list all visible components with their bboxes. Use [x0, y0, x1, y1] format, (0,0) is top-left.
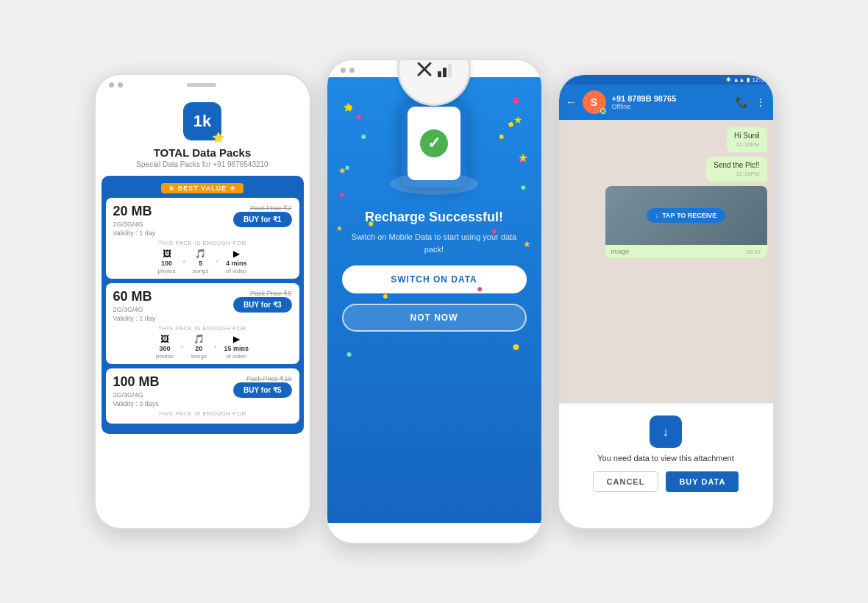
- pack-card-top-2: 60 MB 2G/3G/4G Pack Price ₹5 BUY for ₹3: [113, 289, 292, 313]
- video-count-2: 15 mins: [224, 345, 249, 352]
- not-now-btn[interactable]: NOT NOW: [342, 304, 527, 332]
- pack-icon-songs-2: 🎵 20 songs: [191, 334, 207, 360]
- pack-price-buy-1: Pack Price ₹2 BUY for ₹1: [233, 204, 291, 227]
- mid-phone-bg: ★ ★ ★ ★ ★ ★ ✓ Recharge Successful! Switc…: [327, 77, 541, 523]
- buy-btn-1[interactable]: BUY for ₹1: [233, 212, 291, 227]
- media-time: 09:37: [746, 249, 761, 255]
- phone-right: ✱ ▲▲ ▮ 12:30 ← S +91 8789B 98765 Offline…: [558, 74, 775, 529]
- pack-enough-label-3: THIS PACK IS ENOUGH FOR: [113, 410, 292, 417]
- photo-count-2: 300: [160, 345, 171, 352]
- svg-rect-13: [355, 114, 361, 120]
- msg-text-2: Send the Pic!!: [714, 161, 759, 169]
- buy-btn-3[interactable]: BUY for ₹5: [233, 382, 291, 398]
- photo-icon-2: 🖼: [160, 334, 169, 344]
- pack-icon-photos-2: 🖼 300 photos: [156, 334, 174, 360]
- dot: [341, 68, 346, 73]
- media-message: ↓ TAP TO RECEIVE image 09:37: [605, 186, 767, 258]
- message-1: Hi Sunil 12:10PM: [727, 127, 766, 152]
- cancel-button[interactable]: CANCEL: [593, 471, 659, 492]
- dialog-buttons: CANCEL BUY DATA: [571, 471, 761, 492]
- dot: [109, 82, 114, 88]
- pack-info-3: 100 MB 2G/3G/4G: [113, 374, 160, 399]
- data-packs-container: ★ BEST VALUE ★ 20 MB 2G/3G/4G Pack Price…: [102, 176, 304, 434]
- star-4: ★: [518, 151, 528, 165]
- success-circle: ✓: [420, 129, 448, 157]
- pack-type-3: 2G/3G/4G: [113, 391, 160, 399]
- chat-header: ← S +91 8789B 98765 Offline 📞 ⋮: [559, 85, 773, 120]
- pack-validity-2: Validity : 1 day: [113, 315, 292, 322]
- msg-time-2: 12:18PM: [714, 171, 759, 177]
- msg-time-1: 12:10PM: [734, 141, 759, 148]
- chat-name: +91 8789B 98765: [612, 94, 730, 103]
- tap-receive-btn[interactable]: ↓ TAP TO RECEIVE: [647, 208, 726, 223]
- star-2: ★: [513, 114, 523, 126]
- best-value-badge: ★ BEST VALUE ★: [161, 183, 243, 193]
- pack-price-strike-1: Pack Price ₹2: [233, 204, 291, 212]
- chat-info: +91 8789B 98765 Offline: [612, 94, 730, 110]
- success-title: Recharge Successful!: [365, 210, 503, 225]
- svg-point-21: [513, 344, 519, 350]
- song-label-1: songs: [193, 268, 208, 274]
- chat-body: Hi Sunil 12:10PM Send the Pic!! 12:18PM …: [559, 120, 773, 403]
- phone-speaker-left: [187, 83, 216, 87]
- buy-data-button[interactable]: BUY DATA: [666, 471, 739, 492]
- pack-size-1: 20 MB: [113, 204, 152, 219]
- back-icon[interactable]: ←: [566, 96, 577, 108]
- best-value-row: ★ BEST VALUE ★: [106, 180, 299, 198]
- pack-size-3: 100 MB: [113, 374, 160, 390]
- pack-icon-video-1: ▶ 4 mins of video: [226, 249, 247, 274]
- svg-point-18: [383, 294, 387, 299]
- svg-point-6: [513, 98, 519, 104]
- buy-btn-2[interactable]: BUY for ₹3: [233, 297, 291, 313]
- divider-1b: •: [216, 257, 218, 265]
- svg-rect-3: [443, 68, 447, 77]
- media-label: image: [611, 248, 630, 255]
- pack-info-2: 60 MB 2G/3G/4G: [113, 289, 152, 313]
- glow: [390, 173, 478, 195]
- pack-validity-3: Validity : 3 days: [113, 400, 292, 407]
- divider-2b: •: [214, 343, 217, 351]
- phone-success-inner: ✓: [408, 107, 460, 180]
- msg-text-1: Hi Sunil: [734, 132, 759, 140]
- message-2: Send the Pic!! 12:18PM: [706, 157, 766, 182]
- more-icon[interactable]: ⋮: [755, 96, 766, 108]
- video-label-2: of video: [226, 353, 246, 360]
- pack-card-3: 100 MB 2G/3G/4G Pack Price ₹10 BUY for ₹…: [106, 368, 299, 424]
- dot: [118, 82, 123, 88]
- pack-price-buy-3: Pack Price ₹10 BUY for ₹5: [233, 375, 291, 398]
- pack-icon-video-2: ▶ 15 mins of video: [224, 334, 249, 360]
- signal-cross-icon: [414, 59, 435, 79]
- pack-icon-songs-1: 🎵 5 songs: [193, 249, 208, 274]
- time-display: 12:30: [752, 76, 766, 83]
- star-1: ★: [342, 99, 354, 115]
- pack-enough-label-2: THIS PACK IS ENOUGH FOR: [113, 325, 292, 332]
- app-subtitle: Special Data Packs for +91 9876543210: [136, 160, 268, 168]
- star-3: ★: [338, 165, 346, 176]
- song-label-2: songs: [191, 353, 207, 360]
- photo-label-1: photos: [158, 268, 176, 274]
- video-icon-1: ▶: [233, 249, 240, 259]
- pack-card-2: 60 MB 2G/3G/4G Pack Price ₹5 BUY for ₹3 …: [106, 283, 299, 364]
- download-icon: ↓: [655, 212, 659, 219]
- logo-star: ⭐: [212, 132, 224, 143]
- chat-header-icons: 📞 ⋮: [736, 96, 766, 108]
- phone-dots-mid: [341, 68, 355, 73]
- left-phone-content: 1k ⭐ TOTAL Data Packs Special Data Packs…: [96, 92, 310, 508]
- svg-point-7: [361, 135, 366, 139]
- app-logo: 1k ⭐: [183, 102, 221, 140]
- app-header: 1k ⭐ TOTAL Data Packs Special Data Packs…: [96, 92, 310, 176]
- star-5: ★: [336, 224, 343, 232]
- photo-label-2: photos: [156, 353, 174, 360]
- avatar-online-indicator: [600, 108, 606, 114]
- switch-on-data-btn[interactable]: SWITCH ON DATA: [342, 265, 527, 293]
- app-logo-text: 1k: [193, 112, 211, 131]
- divider-1a: •: [183, 257, 186, 265]
- chat-status: Offline: [612, 103, 730, 110]
- signal-icon: ▲▲: [733, 76, 745, 83]
- dialog-text: You need data to view this attachment: [571, 454, 761, 463]
- pack-price-strike-2: Pack Price ₹5: [233, 290, 291, 297]
- pack-type-2: 2G/3G/4G: [113, 306, 152, 313]
- phone-top-left: [96, 75, 310, 92]
- call-icon[interactable]: 📞: [736, 96, 748, 108]
- pack-price-buy-2: Pack Price ₹5 BUY for ₹3: [233, 290, 291, 313]
